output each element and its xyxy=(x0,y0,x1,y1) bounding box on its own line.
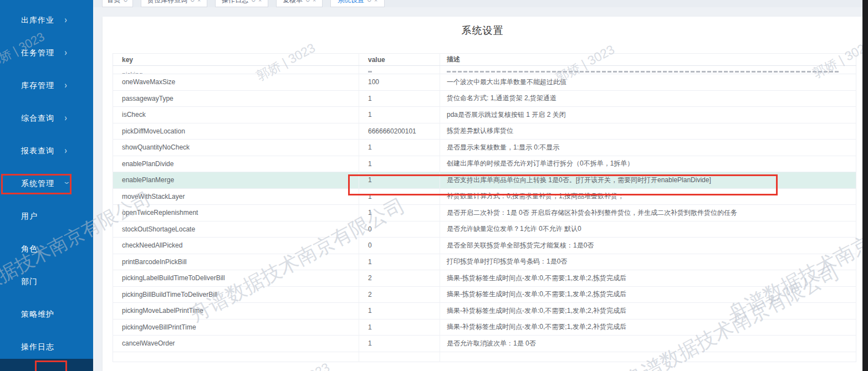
sidebar-item-5[interactable]: 报表查询› xyxy=(0,138,93,163)
tab-label: 货位库存查询 xyxy=(147,0,187,4)
table-row-cancelWaveOrder[interactable]: cancelWaveOrder1是否允许取消波次单：1是 0否 xyxy=(113,336,856,352)
table-row-checkNeedAllPicked[interactable]: checkNeedAllPicked0是否全部关联拣货单全部拣货完才能复核：1是… xyxy=(113,238,856,254)
cell-desc: 是否允许缺量定位发单？1允许 0不允许 默认0 xyxy=(440,221,856,238)
table-row-isCheck[interactable]: isCheck1pda是否展示跳过复核按钮 1 开启 2 关闭 xyxy=(113,107,856,123)
tab-2[interactable]: 货位库存查询↻× xyxy=(141,0,207,7)
table-header-row: key value 描述 xyxy=(113,54,856,66)
table-row-passagewayType[interactable]: passagewayType1货位命名方式: 1,通道货架 2,货架通道 xyxy=(113,90,856,107)
chevron-right-icon: › xyxy=(64,133,68,168)
sidebar-item-4[interactable]: 综合查询› xyxy=(0,106,93,130)
cell-key: checkNeedAllPicked xyxy=(113,238,359,254)
close-icon[interactable]: × xyxy=(258,0,262,3)
table-row-openTwiceReplenishment[interactable]: openTwiceReplenishment1是否开启二次补货：1是 0否 开启… xyxy=(113,205,856,221)
sidebar-item-label: 报表查询 xyxy=(21,146,54,155)
cell-key: showQuantityNoCheck xyxy=(113,140,359,156)
column-header-value: value xyxy=(359,54,440,66)
close-icon[interactable]: × xyxy=(374,0,377,3)
chevron-right-icon: › xyxy=(64,101,68,135)
cell-value: 2 xyxy=(359,286,440,303)
sidebar-item-8[interactable]: 角色 xyxy=(0,236,93,261)
tab-5[interactable]: 系统设置↻× xyxy=(330,0,385,7)
sidebar-item-label: 综合查询 xyxy=(21,114,54,122)
cell-desc: 是否开启二次补货：1是 0否 开启后存储区补货会补到整件货位，并生成二次补货到散… xyxy=(440,205,856,221)
sidebar-item-label: 策略维护 xyxy=(21,310,54,318)
cell-desc: 是否全部关联拣货单全部拣货完才能复核：1是0否 xyxy=(440,238,856,254)
tab-3[interactable]: 操作日志↻× xyxy=(215,0,268,7)
table-row-pickingMoveLabelPrintTime[interactable]: pickingMoveLabelPrintTime1摘果-补货标签生成时间点-发… xyxy=(113,303,856,320)
screen-edge-strip xyxy=(862,0,868,371)
cell-desc: 创建出库单的时候是否允许对订单进行拆分（0不拆单，1拆单） xyxy=(440,156,856,172)
cell-desc: 货位命名方式: 1,通道货架 2,货架通道 xyxy=(440,90,856,107)
close-icon[interactable]: × xyxy=(197,0,201,3)
tab-label: 系统设置 xyxy=(338,0,364,4)
sidebar-item-2[interactable]: 任务管理› xyxy=(0,40,93,65)
sidebar-item-10[interactable]: 策略维护 xyxy=(0,302,93,326)
sidebar-item-label: 角色 xyxy=(21,244,38,253)
cell-desc: pda是否展示跳过复核按钮 1 开启 2 关闭 xyxy=(440,107,856,123)
cell-desc: 摘果-补货标签生成时间点-发单:0,不需要;1,发单;2,补货完成后 xyxy=(440,319,856,336)
cell-key: passagewayType xyxy=(113,90,359,107)
table-row-printBarcodeInPickBill[interactable]: printBarcodeInPickBill1打印拣货单时打印拣货单号条码：1是… xyxy=(113,254,856,270)
refresh-icon[interactable]: ↻ xyxy=(367,0,371,3)
refresh-icon[interactable]: ↻ xyxy=(123,0,127,3)
tab-label: 首页 xyxy=(107,0,120,4)
chevron-right-icon: › xyxy=(64,68,68,102)
sidebar-item-label: 操作日志 xyxy=(21,342,54,351)
cell-key: openTwiceReplenishment xyxy=(113,205,359,221)
table-row-pickingBillBuildTimeToDeliverBill[interactable]: pickingBillBuildTimeToDeliverBill2摘果-拣货标… xyxy=(113,286,856,303)
table-row-enablePlanDivide[interactable]: enablePlanDivide1创建出库单的时候是否允许对订单进行拆分（0不拆… xyxy=(113,156,856,172)
table-row-clipped[interactable]: picking xyxy=(113,66,856,74)
cell-value: 100 xyxy=(359,74,440,91)
cell-value: 1 xyxy=(359,205,440,221)
table-row-clipped-bottom[interactable] xyxy=(113,352,856,362)
refresh-icon[interactable]: ↻ xyxy=(251,0,256,3)
table-row-pickingLabelBuildTimeToDeliverBill[interactable]: pickingLabelBuildTimeToDeliverBill2摘果-拣货… xyxy=(113,270,856,287)
cell-desc: 摘果-拣货标签生成时间点-发单:0,不需要;1,发单;2,拣货完成后 xyxy=(440,286,856,303)
cell-value: 1 xyxy=(359,107,440,123)
cell-key: pickingBillBuildTimeToDeliverBill xyxy=(113,286,359,303)
cell-desc: 拣货差异默认移库货位 xyxy=(440,123,856,140)
cell-value: 1 xyxy=(359,140,440,156)
annotation-box-bottom-menu-item xyxy=(35,360,67,371)
cell-value: 1 xyxy=(359,319,440,336)
tab-label: 操作日志 xyxy=(222,0,248,4)
cell-desc: 是否显示未复核数量，1:显示 0:不显示 xyxy=(440,140,856,156)
chevron-right-icon: › xyxy=(64,35,68,70)
cell-key: enablePlanMerge xyxy=(113,172,359,189)
column-header-desc: 描述 xyxy=(440,54,856,66)
cell-value: 0 xyxy=(359,238,440,254)
cell-value: 1 xyxy=(359,336,440,352)
refresh-icon[interactable]: ↻ xyxy=(305,0,310,3)
sidebar-item-9[interactable]: 部门 xyxy=(0,269,93,293)
cell-key: pickingMoveLabelPrintTime xyxy=(113,303,359,320)
cell-value: 1 xyxy=(359,90,440,107)
table-row-pickingMoveBillPrintTime[interactable]: pickingMoveBillPrintTime1摘果-补货标签生成时间点-发单… xyxy=(113,319,856,336)
sidebar-item-label: 出库作业 xyxy=(21,16,54,24)
table-row-oneWaveMaxSize[interactable]: oneWaveMaxSize100一个波次中最大出库单数量不能超过此值 xyxy=(113,74,856,91)
sidebar-item-1[interactable]: 出库作业› xyxy=(0,8,93,32)
clipped-value-fragment xyxy=(368,71,372,73)
table-row-showQuantityNoCheck[interactable]: showQuantityNoCheck1是否显示未复核数量，1:显示 0:不显示 xyxy=(113,140,856,156)
tab-1[interactable]: 首页↻ xyxy=(102,0,133,7)
cell-key: printBarcodeInPickBill xyxy=(113,254,359,270)
tab-4[interactable]: 复核单↻× xyxy=(276,0,323,7)
cell-key: oneWaveMaxSize xyxy=(113,74,359,91)
cell-key: pickingMoveBillPrintTime xyxy=(113,319,359,336)
cell-desc: 一个波次中最大出库单数量不能超过此值 xyxy=(440,74,856,91)
table-row-pickDiffMoveLocation[interactable]: pickDiffMoveLocation6666660200101拣货差异默认移… xyxy=(113,123,856,140)
sidebar-item-7[interactable]: 用户 xyxy=(0,204,93,228)
table-row-stockOutShortageLocate[interactable]: stockOutShortageLocate0是否允许缺量定位发单？1允许 0不… xyxy=(113,221,856,238)
cell-value: 1 xyxy=(359,303,440,320)
close-icon[interactable]: × xyxy=(313,0,316,3)
sidebar-item-3[interactable]: 库存管理› xyxy=(0,73,93,97)
wms-app-screen: 出库作业›任务管理›库存管理›综合查询›报表查询›系统管理›用户角色部门策略维护… xyxy=(0,0,868,371)
cell-value: 1 xyxy=(359,254,440,270)
refresh-icon[interactable]: ↻ xyxy=(190,0,195,3)
cell-value: 2 xyxy=(359,270,440,287)
cell-desc: 是否允许取消波次单：1是 0否 xyxy=(440,336,856,352)
chevron-right-icon: › xyxy=(64,3,68,37)
column-header-key: key xyxy=(113,54,359,66)
cell-key: enablePlanDivide xyxy=(113,156,359,172)
sidebar-item-11[interactable]: 操作日志 xyxy=(0,334,93,359)
cell-key: moveWithStackLayer xyxy=(113,188,359,205)
